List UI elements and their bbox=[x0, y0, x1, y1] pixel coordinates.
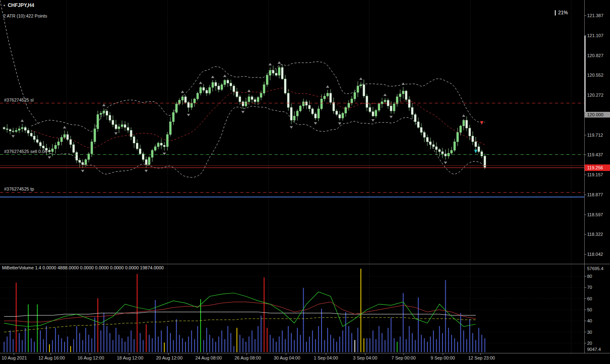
price-axis-label: 121.387 bbox=[587, 13, 603, 18]
time-axis-label: 12 Aug 16:00 bbox=[38, 355, 65, 360]
volume-indicator-label: MiBetterVolume 1.4 0.0000 4888.0000 0.00… bbox=[2, 265, 164, 270]
current-price-tag: 119.256 bbox=[585, 164, 610, 171]
price-axis-label: 121.107 bbox=[587, 33, 603, 38]
symbol-title-text: CHFJPY,H4 bbox=[8, 2, 34, 8]
price-axis-label: 120.272 bbox=[587, 92, 603, 98]
price-axis-label: 120.552 bbox=[587, 72, 603, 78]
price-axis-label: 118.042 bbox=[587, 251, 603, 257]
price-axis-label: 119.712 bbox=[587, 132, 603, 138]
volume-axis-max: 57695.4 bbox=[587, 266, 603, 271]
percent-text: 21% bbox=[558, 10, 568, 16]
time-axis-label: 30 Aug 04:00 bbox=[274, 355, 300, 360]
time-axis-label: 9 Sep 00:00 bbox=[431, 355, 455, 360]
price-axis-label: 118.877 bbox=[587, 192, 603, 198]
price-axis-label: 118.597 bbox=[587, 212, 603, 218]
time-axis-label: 12 Sep 23:00 bbox=[468, 355, 495, 360]
time-axis-label: 20 Aug 12:00 bbox=[156, 355, 183, 360]
time-axis-label: 7 Sep 00:00 bbox=[391, 355, 416, 360]
chart-shift-indicator: 21% bbox=[555, 10, 568, 16]
volume-axis-label: 20 bbox=[587, 340, 592, 346]
time-axis[interactable]: 10 Aug 202112 Aug 16:0016 Aug 12:0018 Au… bbox=[0, 353, 610, 364]
volume-axis-label: 40 bbox=[587, 318, 592, 324]
symbol-dropdown-icon[interactable]: ▼ bbox=[3, 4, 6, 7]
sell-order-label[interactable]: #376274525 sell 0.04 bbox=[4, 149, 47, 154]
volume-axis-label: 60 bbox=[587, 296, 592, 302]
price-axis-label: 119.157 bbox=[587, 172, 603, 178]
time-axis-label: 10 Aug 2021 bbox=[2, 355, 27, 360]
time-axis-label: 26 Aug 08:00 bbox=[235, 355, 261, 360]
scale-marker-icon bbox=[555, 10, 556, 16]
time-axis-label: 1 Sep 04:00 bbox=[314, 355, 338, 360]
atr-indicator-label: 2 ATR (10):422 Points bbox=[3, 13, 47, 18]
price-axis-label: 120.827 bbox=[587, 53, 603, 58]
chart-canvas[interactable] bbox=[0, 0, 610, 364]
stop-loss-label[interactable]: #376274525 sl bbox=[4, 98, 34, 102]
mt4-chart-window: ▼ CHFJPY,H4 2 ATR (10):422 Points 21% #3… bbox=[0, 0, 610, 364]
volume-axis-label: 70 bbox=[587, 284, 592, 290]
volume-axis-min: 9047.4 bbox=[587, 346, 601, 352]
chart-background bbox=[0, 0, 610, 364]
volume-axis-label: 30 bbox=[587, 329, 592, 335]
volume-axis-label: 80 bbox=[587, 273, 592, 279]
time-axis-label: 16 Aug 12:00 bbox=[78, 355, 104, 360]
take-profit-label[interactable]: #376274525 tp bbox=[4, 186, 34, 191]
symbol-timeframe-title: ▼ CHFJPY,H4 bbox=[3, 2, 34, 8]
time-axis-label: 18 Aug 12:00 bbox=[117, 355, 143, 360]
round-price-label: 120.000 bbox=[585, 112, 610, 118]
time-axis-label: 24 Aug 08:00 bbox=[195, 355, 222, 360]
price-axis-label: 118.322 bbox=[587, 231, 603, 237]
volume-axis-label: 50 bbox=[587, 307, 592, 313]
price-axis[interactable]: 121.387121.107120.827120.552120.272120.0… bbox=[585, 0, 610, 353]
time-axis-label: 3 Sep 04:00 bbox=[353, 355, 377, 360]
price-axis-label: 119.437 bbox=[587, 152, 603, 158]
